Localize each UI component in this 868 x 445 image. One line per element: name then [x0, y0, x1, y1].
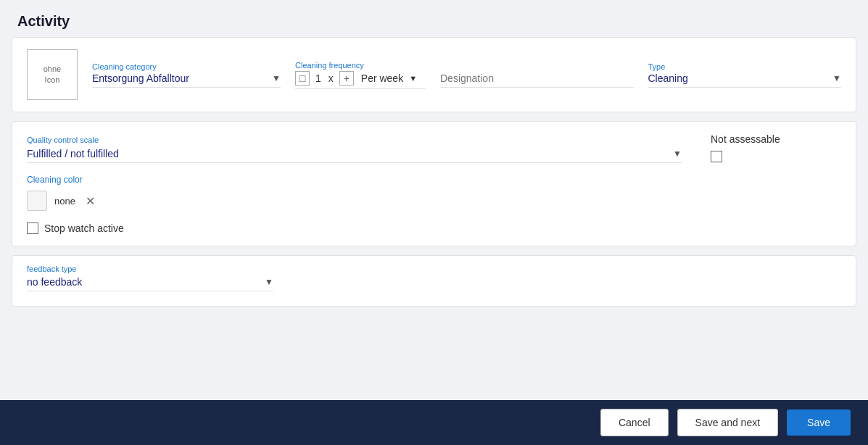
cleaning-category-label: Cleaning category: [92, 62, 281, 71]
feedback-type-select[interactable]: no feedback ▼: [27, 276, 273, 291]
quality-scale-arrow-icon: ▼: [673, 149, 682, 159]
per-week-select[interactable]: Per week ▼: [361, 72, 417, 84]
quality-right: Not assessable: [711, 133, 841, 162]
color-none-label: none: [54, 196, 75, 207]
content-area: ohne Icon Cleaning category Entsorgung A…: [0, 37, 868, 400]
save-button[interactable]: Save: [787, 409, 851, 436]
ohne-line2: Icon: [45, 75, 60, 86]
footer: Cancel Save and next Save: [0, 400, 868, 445]
ohne-line1: ohne: [44, 64, 61, 75]
frequency-controls: □ 1 x + Per week ▼: [295, 71, 426, 89]
cleaning-category-group: Cleaning category Entsorgung Abfalltour …: [92, 62, 281, 88]
not-assessable-checkbox[interactable]: [711, 151, 722, 162]
feedback-card: feedback type no feedback ▼: [12, 255, 856, 307]
not-assessable-label: Not assessable: [711, 133, 841, 145]
color-swatch[interactable]: [27, 191, 47, 211]
designation-group: x: [440, 62, 634, 88]
per-week-arrow-icon: ▼: [409, 74, 417, 83]
cleaning-category-value: Entsorgung Abfalltour: [92, 72, 189, 84]
cleaning-frequency-label: Cleaning frequency: [295, 61, 426, 70]
clear-color-icon[interactable]: ✕: [86, 194, 95, 208]
cancel-button[interactable]: Cancel: [600, 409, 669, 436]
quality-left: Quality control scale Fulfilled / not fu…: [27, 133, 682, 234]
stopwatch-row: Stop watch active: [27, 222, 682, 234]
color-row: none ✕: [27, 191, 682, 211]
stopwatch-label: Stop watch active: [44, 222, 124, 234]
cleaning-category-select[interactable]: Entsorgung Abfalltour ▼: [92, 72, 281, 88]
ohne-icon-placeholder: ohne Icon: [27, 49, 78, 100]
quality-scale-label: Quality control scale: [27, 136, 99, 144]
designation-input[interactable]: [440, 72, 634, 88]
cleaning-color-section: Cleaning color none ✕: [27, 175, 682, 211]
save-and-next-button[interactable]: Save and next: [677, 409, 779, 436]
type-label: Type: [648, 62, 842, 71]
quality-inner: Quality control scale Fulfilled / not fu…: [27, 133, 841, 234]
type-group: Type Cleaning ▼: [648, 62, 842, 88]
freq-plus-button[interactable]: +: [339, 71, 354, 86]
cleaning-frequency-group: Cleaning frequency □ 1 x + Per week ▼: [295, 61, 426, 89]
activity-row: ohne Icon Cleaning category Entsorgung A…: [27, 49, 841, 100]
freq-count: 1: [314, 72, 323, 84]
type-value: Cleaning: [648, 72, 688, 84]
feedback-type-label: feedback type: [27, 265, 841, 273]
per-week-label: Per week: [361, 72, 403, 84]
type-select[interactable]: Cleaning ▼: [648, 72, 842, 88]
page-title: Activity: [17, 13, 851, 30]
feedback-type-arrow-icon: ▼: [265, 277, 273, 287]
cleaning-category-arrow-icon: ▼: [272, 73, 281, 83]
quality-card: Quality control scale Fulfilled / not fu…: [12, 121, 856, 246]
stopwatch-checkbox[interactable]: [27, 222, 38, 234]
type-arrow-icon: ▼: [832, 73, 841, 83]
freq-x: x: [327, 72, 335, 84]
cleaning-color-label: Cleaning color: [27, 175, 682, 185]
activity-card: ohne Icon Cleaning category Entsorgung A…: [12, 37, 856, 112]
freq-minus-button[interactable]: □: [295, 71, 310, 86]
quality-scale-value: Fulfilled / not fulfilled: [27, 148, 673, 159]
page-header: Activity: [0, 0, 868, 37]
quality-scale-select[interactable]: Fulfilled / not fulfilled ▼: [27, 148, 682, 163]
feedback-type-value: no feedback: [27, 276, 265, 288]
